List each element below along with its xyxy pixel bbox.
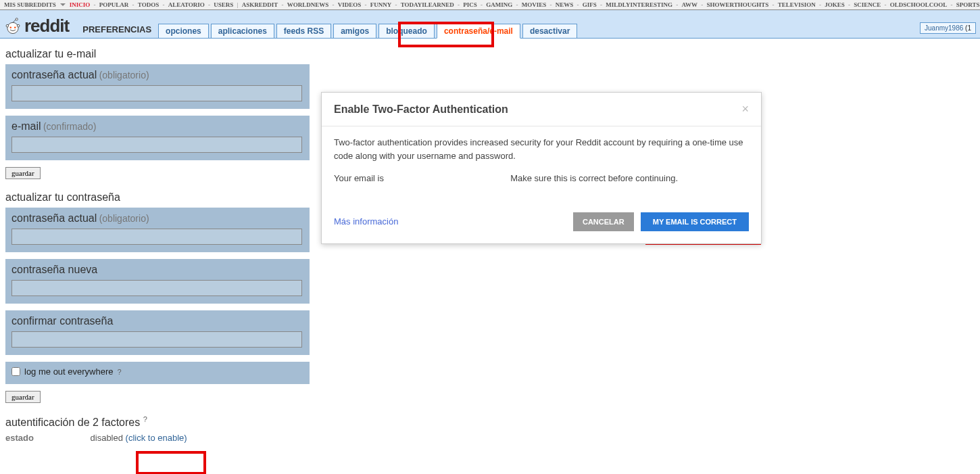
subreddit-link[interactable]: JOKES: [825, 1, 845, 8]
current-password-box-2: contraseña actual (obligatorio): [5, 208, 310, 252]
two-factor-heading-text: autentificación de 2 factores: [5, 417, 140, 428]
svg-point-2: [14, 26, 16, 28]
page-header: reddit PREFERENCIAS opcionesaplicaciones…: [0, 10, 980, 39]
confirm-email-button[interactable]: MY EMAIL IS CORRECT: [641, 212, 749, 231]
current-password-box: contraseña actual (obligatorio): [5, 64, 310, 109]
two-factor-heading: autentificación de 2 factores ?: [5, 415, 976, 429]
subreddit-link[interactable]: OLDSCHOOLCOOL: [890, 1, 948, 8]
email-input[interactable]: [11, 137, 302, 153]
email-box: e-mail (confirmado): [5, 116, 310, 160]
snoo-icon: [4, 18, 22, 35]
modal-footer: Más información CANCELAR MY EMAIL IS COR…: [322, 204, 761, 243]
two-factor-modal: Enable Two-Factor Authentication × Two-f…: [321, 92, 762, 244]
subreddit-bar: MIS SUBREDDITS INICIO - POPULAR - TODOS …: [0, 0, 980, 10]
pref-tab[interactable]: aplicaciones: [211, 24, 274, 39]
current-password-label-2: contraseña actual: [11, 212, 97, 224]
email-label: e-mail: [11, 120, 41, 132]
logo-text: reddit: [24, 16, 69, 37]
pref-tab[interactable]: desactivar: [522, 24, 577, 39]
confirm-password-box: confirmar contraseña: [5, 310, 310, 355]
new-password-box: contraseña nueva: [5, 259, 310, 304]
two-factor-status-label: estado: [5, 433, 34, 443]
pref-tab[interactable]: bloqueado: [378, 24, 435, 39]
new-password-input[interactable]: [11, 280, 302, 296]
close-icon[interactable]: ×: [741, 102, 749, 116]
subreddit-link[interactable]: TODOS: [138, 1, 159, 8]
current-password-hint: (obligatorio): [99, 70, 149, 80]
logout-everywhere-label: log me out everywhere: [24, 366, 114, 377]
subreddit-link[interactable]: USERS: [214, 1, 233, 8]
dropdown-triangle-icon[interactable]: [60, 3, 66, 6]
your-email-prefix: Your email is: [334, 173, 384, 183]
save-email-button[interactable]: guardar: [5, 167, 41, 179]
modal-email-line: Your email is Make sure this is correct …: [334, 172, 749, 185]
subreddit-link[interactable]: WORLDNEWS: [287, 1, 329, 8]
more-info-link[interactable]: Más información: [334, 216, 398, 227]
my-subreddits-label[interactable]: MIS SUBREDDITS: [4, 1, 56, 8]
save-password-button[interactable]: guardar: [5, 391, 41, 403]
current-password-input-2[interactable]: [11, 229, 302, 245]
svg-point-5: [6, 24, 9, 27]
subreddit-link[interactable]: NEWS: [556, 1, 574, 8]
subreddit-link[interactable]: SHOWERTHOUGHTS: [707, 1, 769, 8]
subreddit-link[interactable]: GIFS: [583, 1, 597, 8]
logout-everywhere-box: log me out everywhere ?: [5, 362, 310, 384]
svg-point-4: [16, 18, 18, 20]
subreddit-link[interactable]: VIDEOS: [338, 1, 362, 8]
new-password-label: contraseña nueva: [11, 264, 97, 275]
subreddit-link[interactable]: INICIO: [70, 1, 91, 8]
confirm-password-input[interactable]: [11, 331, 302, 348]
two-factor-status-value: disabled: [91, 433, 123, 443]
subreddit-link[interactable]: ASKREDDIT: [242, 1, 278, 8]
email-hint: (confirmado): [43, 121, 97, 132]
subreddit-link[interactable]: PICS: [463, 1, 477, 8]
subreddit-link[interactable]: POPULAR: [99, 1, 129, 8]
svg-point-0: [7, 22, 18, 33]
modal-body: Two-factor authentication provides incre…: [322, 126, 761, 204]
subreddit-link[interactable]: MILDLYINTERESTING: [606, 1, 672, 8]
user-bar[interactable]: Juanmy1986 (1: [920, 22, 976, 34]
current-password-label: contraseña actual: [11, 69, 97, 80]
pref-tab[interactable]: contraseña/e-mail: [437, 24, 520, 39]
subreddit-link[interactable]: SCIENCE: [854, 1, 881, 8]
two-factor-enable-link[interactable]: (click to enable): [126, 433, 187, 443]
preferences-title: PREFERENCIAS: [80, 22, 158, 39]
subreddit-link[interactable]: TELEVISION: [778, 1, 816, 8]
modal-description: Two-factor authentication provides incre…: [334, 136, 749, 162]
logout-everywhere-checkbox[interactable]: [11, 367, 20, 376]
two-factor-help-icon[interactable]: ?: [143, 415, 147, 423]
pref-tab[interactable]: opciones: [158, 24, 209, 39]
subreddit-link[interactable]: TODAYILEARNED: [401, 1, 454, 8]
svg-point-1: [10, 26, 11, 28]
tab-menu: PREFERENCIAS opcionesaplicacionesfeeds R…: [80, 22, 579, 39]
logout-help-icon[interactable]: ?: [118, 368, 122, 376]
username-link[interactable]: Juanmy1986: [925, 24, 963, 32]
update-email-heading: actualizar tu e-mail: [5, 48, 976, 60]
email-correct-suffix: Make sure this is correct before continu…: [510, 173, 678, 183]
two-factor-status-row: estado disabled (click to enable): [5, 433, 976, 443]
cancel-button[interactable]: CANCELAR: [573, 212, 634, 231]
current-password-hint-2: (obligatorio): [99, 213, 149, 224]
confirm-password-label: confirmar contraseña: [11, 315, 113, 327]
current-password-input[interactable]: [11, 85, 302, 101]
subreddit-link[interactable]: ALEATORIO: [168, 1, 205, 8]
subreddit-link[interactable]: GAMING: [486, 1, 512, 8]
svg-point-6: [17, 24, 20, 27]
subreddit-link[interactable]: MOVIES: [522, 1, 547, 8]
subreddit-link[interactable]: SPORTS: [956, 1, 980, 8]
subreddit-link[interactable]: AWW: [682, 1, 698, 8]
user-suffix: (1: [965, 24, 971, 32]
pref-tab[interactable]: amigos: [333, 24, 376, 39]
reddit-logo[interactable]: reddit: [4, 16, 69, 37]
modal-header: Enable Two-Factor Authentication ×: [322, 93, 761, 126]
pref-tab[interactable]: feeds RSS: [276, 24, 331, 39]
subreddit-link[interactable]: FUNNY: [370, 1, 392, 8]
modal-title: Enable Two-Factor Authentication: [334, 103, 508, 116]
